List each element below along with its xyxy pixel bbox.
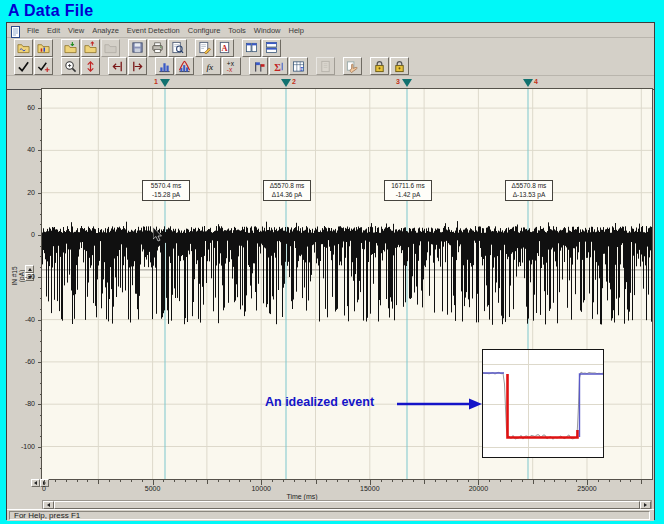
x-tick-mark xyxy=(229,480,230,482)
lock-y-axis-button[interactable] xyxy=(390,57,409,75)
print-preview-button[interactable] xyxy=(168,39,187,57)
cursor-1-handle[interactable] xyxy=(160,79,170,87)
lock-icon xyxy=(373,60,386,73)
y-tick-mark xyxy=(40,172,42,173)
menu-edit[interactable]: Edit xyxy=(43,26,64,35)
histogram-button[interactable] xyxy=(155,57,174,75)
y-tick-mark xyxy=(38,277,42,278)
spinner-up-icon[interactable] xyxy=(25,265,34,273)
menu-file[interactable]: File xyxy=(23,26,43,35)
menu-event-detection[interactable]: Event Detection xyxy=(123,26,184,35)
tile-vertical-button[interactable] xyxy=(242,39,261,57)
pan-button[interactable] xyxy=(343,57,362,75)
y-tick-label: -100 xyxy=(7,443,35,451)
menu-bar: FileEditViewAnalyzeEvent DetectionConfig… xyxy=(7,23,654,38)
x-tick-mark xyxy=(316,480,317,484)
file-export-button[interactable] xyxy=(81,39,100,57)
menu-window[interactable]: Window xyxy=(250,26,285,35)
cursor-3-handle[interactable] xyxy=(402,79,412,87)
lab-book-button[interactable] xyxy=(195,39,214,57)
scroll-left-icon[interactable] xyxy=(43,501,54,509)
y-tick-mark xyxy=(40,394,42,395)
idealized-event-trace xyxy=(508,374,578,438)
open-results-button[interactable] xyxy=(34,39,53,57)
save-button[interactable] xyxy=(128,39,147,57)
cursor-2-handle[interactable] xyxy=(281,79,291,87)
y-tick-mark xyxy=(40,256,42,257)
file-import-button[interactable] xyxy=(61,39,80,57)
accept-event-icon xyxy=(17,60,30,73)
x-tick-mark xyxy=(565,480,566,482)
results-table-icon: Σ xyxy=(292,60,305,73)
accept-event-button[interactable] xyxy=(14,57,33,75)
y-tick-mark xyxy=(38,150,42,151)
x-tick-mark xyxy=(587,480,588,485)
x-tick-mark xyxy=(337,480,338,482)
printer-icon xyxy=(151,41,164,54)
open-data-file-button[interactable] xyxy=(14,39,33,57)
x-tick-mark xyxy=(402,480,403,482)
zoom-in-button[interactable] xyxy=(61,57,80,75)
x-tick-mark xyxy=(305,480,306,482)
x-tick-mark xyxy=(218,480,219,482)
x-tick-mark xyxy=(66,480,67,482)
readout-line1: Δ5570.8 ms xyxy=(506,182,552,191)
readout-line1: Δ5570.8 ms xyxy=(264,182,310,191)
notes-button xyxy=(316,57,335,75)
scrollbar-thumb[interactable] xyxy=(54,501,640,509)
cursors-button[interactable] xyxy=(249,57,268,75)
x-tick-mark xyxy=(44,480,45,485)
menu-analyze[interactable]: Analyze xyxy=(88,26,123,35)
menu-help[interactable]: Help xyxy=(285,26,308,35)
y-tick-mark xyxy=(38,404,42,405)
accept-all-events-button[interactable] xyxy=(34,57,53,75)
readout-line2: -1.42 pA xyxy=(385,191,431,200)
x-tick-mark xyxy=(131,480,132,482)
report-button[interactable]: A xyxy=(215,39,234,57)
y-tick-mark xyxy=(38,235,42,236)
cursor-readout-2: Δ5570.8 msΔ14.36 pA xyxy=(263,180,311,201)
app-window: FileEditViewAnalyzeEvent DetectionConfig… xyxy=(6,22,655,520)
menu-view[interactable]: View xyxy=(64,26,88,35)
function-button[interactable]: fx xyxy=(202,57,221,75)
y-tick-label: -60 xyxy=(7,358,35,366)
scroll-right-icon[interactable] xyxy=(640,501,651,509)
x-tick-mark xyxy=(250,480,251,482)
y-tick-mark xyxy=(40,246,42,247)
y-tick-mark xyxy=(40,468,42,469)
x-tick-mark xyxy=(641,480,642,484)
fit-range-button[interactable]: +x-x xyxy=(222,57,241,75)
full-scale-button[interactable] xyxy=(81,57,100,75)
results-table-button[interactable]: Σ xyxy=(289,57,308,75)
print-preview-icon xyxy=(171,41,184,54)
report-icon: A xyxy=(218,41,231,54)
x-tick-mark xyxy=(620,480,621,482)
idealized-event-label: An idealized event xyxy=(265,395,374,409)
x-tick-mark xyxy=(413,480,414,482)
y-tick-mark xyxy=(40,415,42,416)
x-tick-label: 15000 xyxy=(360,485,379,492)
signal-trace xyxy=(43,221,652,325)
y-tick-mark xyxy=(40,330,42,331)
fitted-histogram-button[interactable] xyxy=(175,57,194,75)
cursor-readout-4: Δ5570.8 msΔ-13.53 pA xyxy=(505,180,553,201)
previous-event-button[interactable] xyxy=(108,57,127,75)
pan-left-icon[interactable] xyxy=(31,479,40,487)
cursors-icon xyxy=(252,60,265,73)
menu-configure[interactable]: Configure xyxy=(184,26,225,35)
cursor-4-handle[interactable] xyxy=(523,79,533,87)
y-tick-mark xyxy=(40,161,42,162)
print-button[interactable] xyxy=(148,39,167,57)
next-event-button[interactable] xyxy=(128,57,147,75)
x-tick-mark xyxy=(283,480,284,482)
x-tick-mark xyxy=(55,480,56,482)
x-pan-control[interactable] xyxy=(31,479,49,487)
lock-x-axis-button[interactable] xyxy=(370,57,389,75)
x-tick-mark xyxy=(489,480,490,482)
menu-tools[interactable]: Tools xyxy=(224,26,250,35)
cursor-strip[interactable]: 1234 xyxy=(7,76,654,90)
tile-horizontal-button[interactable] xyxy=(262,39,281,57)
tile-vertical-icon xyxy=(245,41,258,54)
statistics-button[interactable]: Σ xyxy=(269,57,288,75)
x-tick-label: 0 xyxy=(42,485,46,492)
